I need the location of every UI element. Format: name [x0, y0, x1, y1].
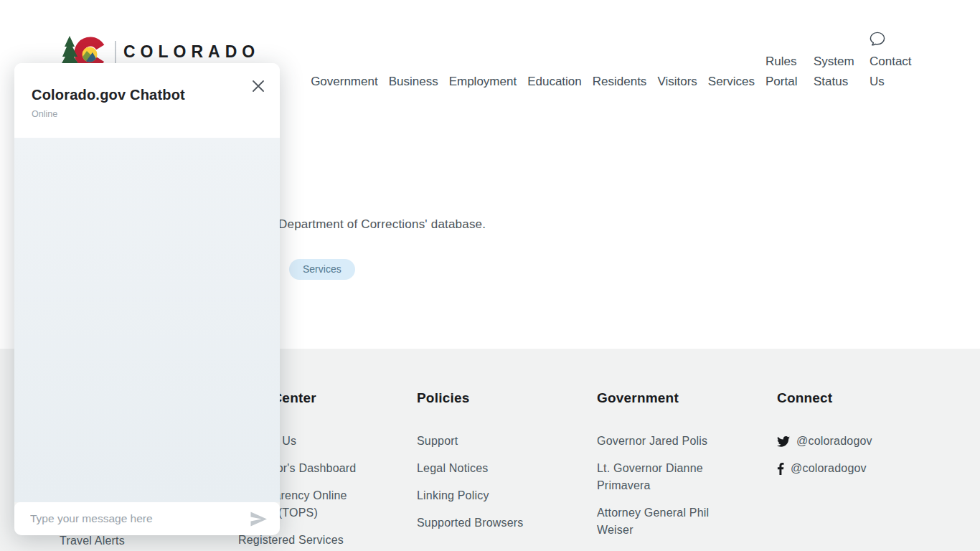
social-link-twitter[interactable]: @coloradogov	[777, 433, 935, 450]
chatbot-conversation-area[interactable]	[14, 138, 280, 502]
chatbot-header: Colorado.gov Chatbot Online	[14, 63, 280, 138]
footer-link-support[interactable]: Support	[417, 433, 560, 450]
facebook-handle: @coloradogov	[791, 460, 867, 477]
nav-item-contact-us[interactable]: Contact Us	[870, 32, 920, 92]
footer-heading-connect: Connect	[777, 389, 935, 408]
nav-item-business[interactable]: Business	[389, 72, 438, 92]
footer-column-government: Government Governor Jared Polis Lt. Gove…	[597, 389, 717, 549]
services-tag-chip[interactable]: Services	[289, 259, 355, 280]
close-icon	[252, 80, 265, 93]
nav-item-visitors[interactable]: Visitors	[657, 72, 697, 92]
main-nav: Government Business Employment Education…	[311, 0, 920, 92]
footer-link-legal-notices[interactable]: Legal Notices	[417, 460, 560, 477]
send-icon	[249, 510, 268, 528]
speech-bubble-icon	[870, 32, 885, 47]
facebook-icon	[777, 463, 784, 475]
footer-link-governor[interactable]: Governor Jared Polis	[597, 433, 717, 450]
footer-column-policies: Policies Support Legal Notices Linking P…	[417, 389, 560, 542]
service-description: Department of Corrections' database.	[278, 217, 486, 232]
chatbot-close-button[interactable]	[248, 76, 268, 96]
footer-link-supported-browsers[interactable]: Supported Browsers	[417, 514, 560, 532]
footer-column-connect: Connect @coloradogov @coloradogov	[777, 389, 935, 487]
footer-link-linking-policy[interactable]: Linking Policy	[417, 487, 560, 504]
twitter-icon	[777, 436, 790, 447]
nav-item-education[interactable]: Education	[527, 72, 582, 92]
nav-item-employment[interactable]: Employment	[449, 72, 517, 92]
footer-heading-government: Government	[597, 389, 717, 408]
nav-item-services[interactable]: Services	[708, 72, 755, 92]
nav-item-rules-portal[interactable]: Rules Portal	[765, 52, 803, 92]
chatbot-title: Colorado.gov Chatbot	[32, 87, 263, 103]
twitter-handle: @coloradogov	[796, 433, 872, 450]
logo-wordmark: COLORADO	[123, 42, 260, 62]
chatbot-status: Online	[32, 109, 263, 119]
chatbot-send-button[interactable]	[245, 506, 271, 532]
chatbot-message-input[interactable]	[30, 512, 245, 525]
social-link-facebook[interactable]: @coloradogov	[777, 460, 935, 477]
nav-item-government[interactable]: Government	[311, 72, 378, 92]
nav-contact-label: Contact Us	[870, 52, 920, 92]
nav-item-system-status[interactable]: System Status	[814, 52, 859, 92]
chatbot-panel: Colorado.gov Chatbot Online	[14, 63, 280, 535]
footer-link-attorney-general[interactable]: Attorney General Phil Weiser	[597, 504, 717, 539]
nav-item-residents[interactable]: Residents	[593, 72, 647, 92]
footer-heading-policies: Policies	[417, 389, 560, 408]
chatbot-input-bar	[14, 502, 280, 535]
footer-link-lt-governor[interactable]: Lt. Governor Dianne Primavera	[597, 460, 717, 494]
